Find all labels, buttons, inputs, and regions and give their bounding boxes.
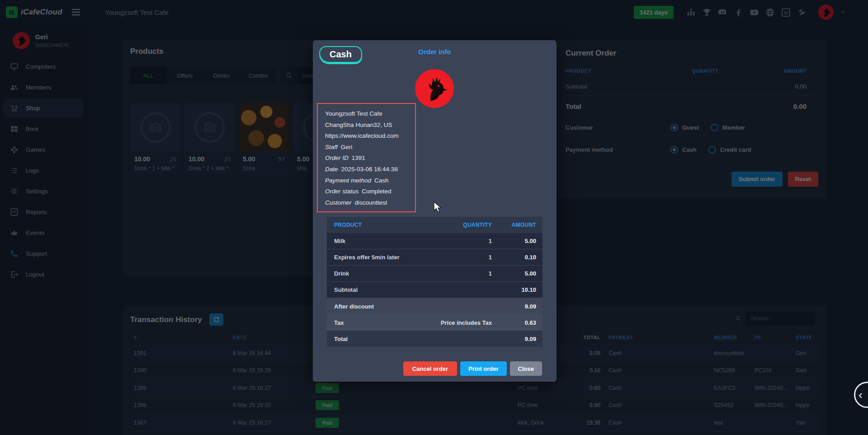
- info-value: Cash: [374, 177, 389, 184]
- order-items-table: PRODUCT QUANTITY AMOUNT Milk 1 5.00 Expi…: [327, 217, 542, 347]
- item-amount: 9.09: [492, 303, 542, 310]
- info-value: 1391: [352, 154, 365, 161]
- item-quantity: Price includes Tax: [422, 319, 492, 326]
- modal-title: Order info: [313, 48, 557, 56]
- order-table-row: Milk 1 5.00: [327, 233, 542, 249]
- item-product: Subtotal: [327, 286, 422, 293]
- receipt-info-line: Youngzsoft Test Cafe: [325, 108, 412, 120]
- order-table-row: Expires offer 5min later 1 0.10: [327, 249, 542, 266]
- order-table-row: After discount 9.09: [327, 298, 542, 314]
- col-quantity: QUANTITY: [422, 222, 492, 228]
- info-value: Youngzsoft Test Cafe: [325, 110, 382, 117]
- col-amount: AMOUNT: [492, 222, 542, 228]
- dragon-icon: [418, 72, 451, 105]
- receipt-info-line: Order statusCompleted: [325, 186, 412, 197]
- receipt-info-line: Date2025-03-06 16:44:38: [325, 164, 412, 175]
- item-amount: 0.10: [492, 254, 542, 261]
- order-table-row: Total 9.09: [327, 331, 542, 347]
- info-value: Completed: [362, 188, 391, 195]
- item-product: After discount: [327, 303, 422, 310]
- order-table-header: PRODUCT QUANTITY AMOUNT: [327, 217, 542, 233]
- receipt-info-line: https://www.icafecloud.com: [325, 131, 412, 142]
- info-label: Payment method: [325, 177, 371, 184]
- receipt-info-line: Customerdiscounttest: [325, 197, 412, 209]
- info-label: Order ID: [325, 154, 349, 161]
- item-amount: 5.00: [492, 238, 542, 244]
- receipt-info-line: Payment methodCash: [325, 175, 412, 187]
- item-product: Expires offer 5min later: [327, 254, 422, 261]
- receipt-info-box: Youngzsoft Test Cafe ChangSha Hunan32, U…: [317, 103, 416, 212]
- item-amount: 9.09: [492, 336, 542, 342]
- close-button[interactable]: Close: [510, 361, 542, 376]
- chevron-left-icon: ‹: [859, 388, 863, 402]
- info-label: Date: [325, 166, 338, 173]
- item-amount: 5.00: [492, 270, 542, 277]
- item-product: Tax: [327, 319, 422, 326]
- info-value: 2025-03-06 16:44:38: [341, 166, 398, 173]
- info-label: Staff: [325, 144, 338, 150]
- item-quantity: 1: [422, 270, 492, 277]
- info-label: Customer: [325, 199, 352, 206]
- mouse-cursor: [433, 201, 442, 213]
- receipt-info-line: ChangSha Hunan32, US: [325, 120, 412, 131]
- item-product: Total: [327, 336, 422, 342]
- item-quantity: 1: [422, 238, 492, 244]
- item-quantity: 1: [422, 254, 492, 261]
- print-order-button[interactable]: Print order: [460, 361, 506, 376]
- info-value: ChangSha Hunan32, US: [325, 122, 392, 128]
- info-value: Geri: [341, 144, 353, 150]
- info-value: discounttest: [355, 199, 387, 206]
- cafe-logo: [415, 69, 454, 108]
- item-product: Drink: [327, 270, 422, 277]
- item-product: Milk: [327, 238, 422, 244]
- order-table-row: Tax Price includes Tax 0.63: [327, 314, 542, 331]
- info-value: https://www.icafecloud.com: [325, 132, 399, 139]
- order-table-row: Drink 1 5.00: [327, 266, 542, 282]
- col-product: PRODUCT: [327, 222, 422, 228]
- receipt-info-line: StaffGeri: [325, 142, 412, 153]
- order-table-row: Subtotal 10.10: [327, 282, 542, 298]
- receipt-info-line: Order ID1391: [325, 153, 412, 164]
- cancel-order-button[interactable]: Cancel order: [403, 361, 457, 376]
- info-label: Order status: [325, 188, 359, 195]
- item-amount: 10.10: [492, 286, 542, 293]
- item-amount: 0.63: [492, 319, 542, 326]
